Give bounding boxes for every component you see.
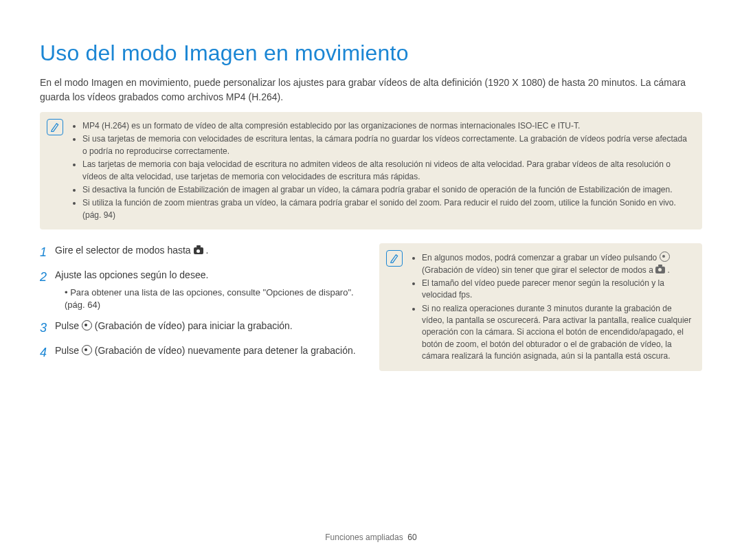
side-note-item: El tamaño del vídeo puede parecer menor … [422, 278, 693, 302]
footer-section: Funciones ampliadas [325, 533, 403, 542]
step-text: (Grabación de vídeo) para iniciar la gra… [95, 320, 293, 331]
top-note-item: Si utiliza la función de zoom mientras g… [82, 197, 693, 221]
note-text-fragment: . [668, 265, 670, 275]
step-4: 4 Pulse (Grabación de vídeo) nuevamente … [40, 344, 363, 361]
step-3: 3 Pulse (Grabación de vídeo) para inicia… [40, 319, 363, 337]
step-text: (Grabación de vídeo) nuevamente para det… [95, 345, 356, 356]
note-text-fragment: En algunos modos, podrá comenzar a graba… [422, 253, 660, 262]
top-note-box: MP4 (H.264) es un formato de vídeo de al… [40, 112, 702, 229]
step-text: . [205, 245, 208, 256]
page-footer: Funciones ampliadas 60 [0, 532, 742, 544]
note-text-fragment: (Grabación de vídeo) sin tener que girar… [422, 265, 655, 275]
top-note-list: MP4 (H.264) es un formato de vídeo de al… [73, 120, 693, 221]
step-number: 4 [40, 344, 55, 361]
note-icon [47, 119, 63, 135]
top-note-item: Las tarjetas de memoria con baja velocid… [82, 159, 693, 183]
record-button-icon [82, 345, 92, 355]
record-button-icon [82, 320, 92, 331]
record-button-icon [660, 251, 670, 262]
side-note-item: En algunos modos, podrá comenzar a graba… [422, 251, 693, 276]
step-2: 2 Ajuste las opciones según lo desee. Pa… [40, 268, 363, 312]
top-note-item: MP4 (H.264) es un formato de vídeo de al… [82, 120, 693, 132]
footer-page-number: 60 [407, 533, 416, 542]
step-number: 2 [40, 268, 55, 286]
step-text: Pulse [55, 345, 82, 356]
step-1: 1 Gire el selector de modos hasta . [40, 243, 363, 261]
page-title: Uso del modo Imagen en movimiento [40, 37, 702, 69]
side-note-item: Si no realiza operaciones durante 3 minu… [422, 303, 693, 363]
side-note-box: En algunos modos, podrá comenzar a graba… [379, 243, 702, 371]
step-number: 3 [40, 319, 55, 337]
step-text: Pulse [55, 320, 82, 331]
side-note-list: En algunos modos, podrá comenzar a graba… [412, 251, 693, 363]
intro-text: En el modo Imagen en movimiento, puede p… [40, 76, 702, 104]
step-number: 1 [40, 243, 55, 261]
note-icon [386, 250, 403, 267]
top-note-item: Si desactiva la función de Estabilizació… [82, 184, 693, 196]
step-text: Gire el selector de modos hasta [55, 245, 194, 256]
step-text: Ajuste las opciones según lo desee. [55, 269, 208, 280]
movie-mode-icon [655, 267, 665, 273]
movie-mode-icon [194, 247, 203, 254]
top-note-item: Si usa tarjetas de memoria con velocidad… [82, 133, 693, 157]
steps-column: 1 Gire el selector de modos hasta . 2 Aj… [40, 243, 363, 371]
step-subtext: Para obtener una lista de las opciones, … [65, 287, 363, 313]
